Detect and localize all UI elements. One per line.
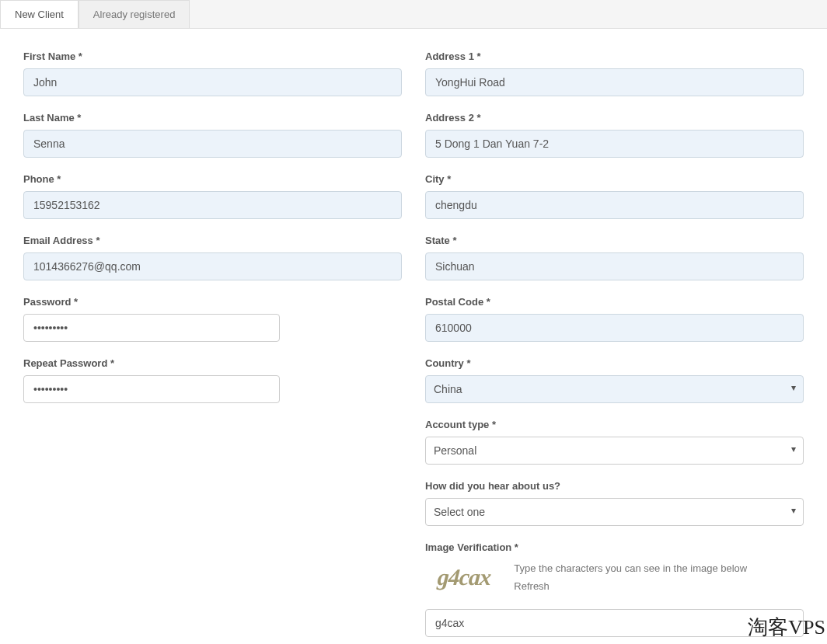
first-name-input[interactable] (23, 68, 402, 96)
city-label: City * (425, 173, 804, 185)
address1-label: Address 1 * (425, 50, 804, 62)
phone-label: Phone * (23, 173, 402, 185)
registration-form: First Name * Last Name * Phone * Email A… (0, 29, 827, 644)
postal-code-input[interactable] (425, 314, 804, 342)
address2-label: Address 2 * (425, 112, 804, 124)
tab-new-client[interactable]: New Client (0, 0, 79, 28)
watermark: 淘客VPS (746, 611, 827, 644)
address2-input[interactable] (425, 130, 804, 158)
last-name-input[interactable] (23, 130, 402, 158)
country-label: Country * (425, 357, 804, 369)
city-input[interactable] (425, 191, 804, 219)
postal-code-label: Postal Code * (425, 296, 804, 308)
form-left-column: First Name * Last Name * Phone * Email A… (23, 50, 402, 644)
captcha-help: Type the characters you can see in the i… (514, 561, 747, 595)
captcha-help-text: Type the characters you can see in the i… (514, 561, 747, 577)
image-verification-label: Image Verification * (425, 541, 804, 553)
hear-about-label: How did you hear about us? (425, 480, 804, 492)
tab-already-registered[interactable]: Already registered (79, 0, 190, 28)
account-type-label: Account type * (425, 419, 804, 430)
first-name-label: First Name * (23, 50, 402, 62)
captcha-image: g4cax (424, 561, 500, 590)
email-label: Email Address * (23, 235, 402, 246)
hear-about-select[interactable]: Select one (425, 498, 804, 526)
password-input[interactable] (23, 314, 280, 342)
state-label: State * (425, 235, 804, 246)
email-input[interactable] (23, 252, 402, 280)
state-input[interactable] (425, 252, 804, 280)
last-name-label: Last Name * (23, 112, 402, 124)
address1-input[interactable] (425, 68, 804, 96)
password-label: Password * (23, 296, 402, 308)
form-right-column: Address 1 * Address 2 * City * State * P… (425, 50, 804, 644)
country-select[interactable]: China (425, 375, 804, 403)
tabs: New Client Already registered (0, 0, 827, 29)
repeat-password-input[interactable] (23, 375, 280, 403)
account-type-select[interactable]: Personal (425, 437, 804, 465)
repeat-password-label: Repeat Password * (23, 357, 402, 369)
phone-input[interactable] (23, 191, 402, 219)
captcha-refresh-link[interactable]: Refresh (514, 579, 550, 595)
